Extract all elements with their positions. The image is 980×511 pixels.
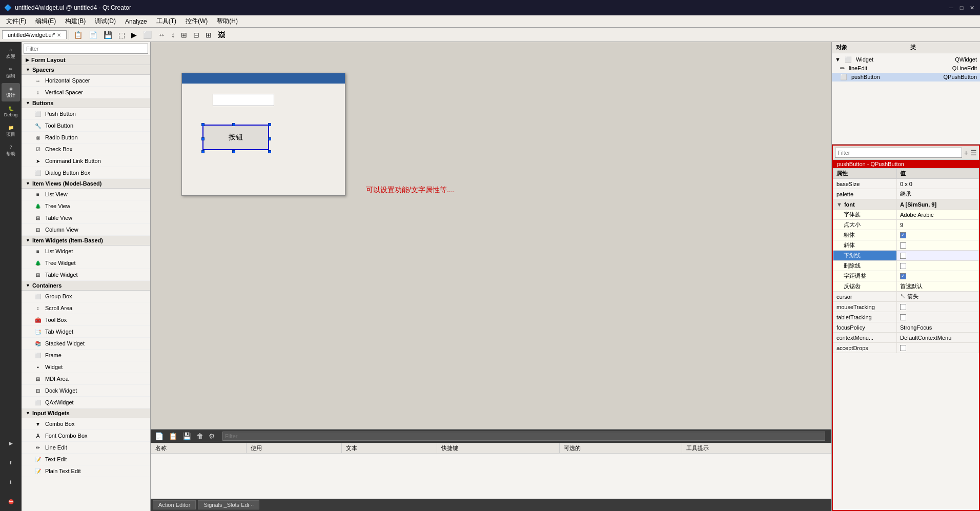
widget-tool-box[interactable]: 🧰 Tool Box	[22, 314, 150, 326]
handle-tl[interactable]	[201, 123, 205, 126]
props-add-btn[interactable]: +	[964, 149, 968, 157]
widget-mdi-area[interactable]: ⊞ MDI Area	[22, 373, 150, 385]
toolbar-btn-6[interactable]: ⬜	[140, 29, 154, 40]
prop-row-strikeout[interactable]: 删除线	[833, 261, 979, 271]
handle-bl[interactable]	[201, 150, 205, 153]
widget-table-view[interactable]: ⊞ Table View	[22, 212, 150, 224]
toolbar-btn-3[interactable]: 💾	[101, 29, 115, 40]
section-buttons[interactable]: ▼ Buttons	[22, 98, 150, 108]
sidebar-debug[interactable]: 🐛 Debug	[2, 103, 20, 121]
prop-row-palette[interactable]: palette 继承	[833, 189, 979, 199]
widget-dock-widget[interactable]: ⊟ Dock Widget	[22, 385, 150, 397]
tab-action-editor[interactable]: Action Editor	[153, 500, 196, 509]
toolbar-btn-8[interactable]: ↕	[169, 29, 177, 40]
form-line-edit[interactable]	[213, 94, 274, 106]
prop-row-antialias[interactable]: 反锯齿 首选默认	[833, 281, 979, 292]
prop-row-italic[interactable]: 斜体	[833, 240, 979, 251]
menu-controls[interactable]: 控件(W)	[181, 16, 212, 27]
menu-analyze[interactable]: Analyze	[121, 17, 151, 26]
widget-line-edit[interactable]: ✏ Line Edit	[22, 442, 150, 454]
acceptdrops-checkbox[interactable]	[900, 345, 906, 351]
handle-br[interactable]	[268, 150, 271, 153]
object-row-widget[interactable]: ▼ ⬜ Widget QWidget	[832, 55, 980, 64]
active-tab[interactable]: untitled4/widget.ui* ✕	[2, 30, 67, 39]
handle-tr[interactable]	[268, 123, 271, 126]
italic-checkbox[interactable]	[900, 242, 906, 249]
prop-row-cursor[interactable]: cursor ↖ 箭头	[833, 292, 979, 302]
sidebar-bottom-4[interactable]: ⛔	[2, 493, 20, 511]
strikeout-checkbox[interactable]	[900, 263, 906, 269]
prop-row-bold[interactable]: 粗体	[833, 230, 979, 240]
handle-tm[interactable]	[232, 123, 235, 126]
section-input-widgets[interactable]: ▼ Input Widgets	[22, 408, 150, 418]
widget-check-box[interactable]: ☑ Check Box	[22, 144, 150, 155]
widget-group-box[interactable]: ⬜ Group Box	[22, 291, 150, 302]
prop-row-underline[interactable]: 下划线	[833, 251, 979, 261]
handle-bm[interactable]	[232, 150, 235, 153]
widget-plain-text-edit[interactable]: 📝 Plain Text Edit	[22, 465, 150, 477]
widget-tab-widget[interactable]: 📑 Tab Widget	[22, 326, 150, 338]
toolbar-btn-1[interactable]: 📋	[71, 29, 85, 40]
widget-tree-view[interactable]: 🌲 Tree View	[22, 200, 150, 212]
sidebar-design[interactable]: ◈ 设计	[2, 83, 20, 101]
menu-edit[interactable]: 编辑(E)	[31, 16, 60, 27]
toolbar-btn-2[interactable]: 📄	[86, 29, 100, 40]
underline-checkbox[interactable]	[900, 253, 906, 259]
props-menu-btn[interactable]: ☰	[970, 149, 977, 157]
sidebar-bottom-3[interactable]: ⬇	[2, 473, 20, 492]
toolbar-btn-5[interactable]: ▶	[129, 29, 139, 40]
sidebar-welcome[interactable]: ⌂ 欢迎	[2, 44, 20, 63]
section-item-widgets[interactable]: ▼ Item Widgets (Item-Based)	[22, 236, 150, 246]
object-row-pushbutton[interactable]: ⬜ pushButton QPushButton	[832, 73, 980, 81]
widget-column-view[interactable]: ⊟ Column View	[22, 224, 150, 236]
bottom-copy-btn[interactable]: 📋	[167, 431, 179, 441]
toolbar-btn-12[interactable]: 🖼	[215, 29, 228, 40]
widget-qax-widget[interactable]: ⬜ QAxWidget	[22, 397, 150, 408]
widget-horizontal-spacer[interactable]: ↔ Horizontal Spacer	[22, 75, 150, 87]
section-spacers[interactable]: ▼ Spacers	[22, 65, 150, 75]
widget-list-widget[interactable]: ≡ List Widget	[22, 246, 150, 257]
widget-text-edit[interactable]: 📝 Text Edit	[22, 454, 150, 465]
prop-row-tablettracking[interactable]: tabletTracking	[833, 312, 979, 322]
menu-file[interactable]: 文件(F)	[2, 16, 30, 27]
prop-row-mousetracking[interactable]: mouseTracking	[833, 302, 979, 312]
bottom-filter-input[interactable]	[222, 432, 825, 441]
prop-row-baseSize[interactable]: baseSize 0 x 0	[833, 179, 979, 189]
widget-list-view[interactable]: ≡ List View	[22, 189, 150, 200]
widget-font-combo-box[interactable]: A Font Combo Box	[22, 430, 150, 442]
prop-row-fontfamily[interactable]: 字体族 Adobe Arabic	[833, 210, 979, 220]
prop-row-font[interactable]: ▼font A [SimSun, 9]	[833, 199, 979, 210]
toolbar-btn-4[interactable]: ⬚	[116, 29, 128, 40]
widget-widget[interactable]: ▪ Widget	[22, 361, 150, 373]
widget-frame[interactable]: ⬜ Frame	[22, 350, 150, 361]
prop-row-fontsize[interactable]: 点大小 9	[833, 220, 979, 230]
bottom-delete-btn[interactable]: 🗑	[194, 431, 206, 441]
prop-row-acceptdrops[interactable]: acceptDrops	[833, 343, 979, 353]
bottom-save-btn[interactable]: 💾	[180, 431, 193, 441]
widget-radio-button[interactable]: ◎ Radio Button	[22, 132, 150, 144]
toolbar-btn-7[interactable]: ↔	[155, 29, 168, 40]
widget-scroll-area[interactable]: ↕ Scroll Area	[22, 302, 150, 314]
kerning-checkbox[interactable]	[900, 273, 906, 279]
props-filter-input[interactable]	[835, 148, 962, 158]
section-containers[interactable]: ▼ Containers	[22, 281, 150, 291]
widget-push-button[interactable]: ⬜ Push Button	[22, 108, 150, 120]
widget-table-widget[interactable]: ⊞ Table Widget	[22, 269, 150, 281]
prop-row-kerning[interactable]: 字距调整	[833, 271, 979, 281]
menu-help[interactable]: 帮助(H)	[213, 16, 242, 27]
sidebar-help[interactable]: ? 帮助	[2, 141, 20, 160]
widget-tool-button[interactable]: 🔧 Tool Button	[22, 120, 150, 132]
bottom-new-btn[interactable]: 📄	[153, 431, 166, 441]
object-row-lineedit[interactable]: ✏ lineEdit QLineEdit	[832, 64, 980, 73]
handle-mr[interactable]	[268, 137, 271, 140]
widget-command-link-button[interactable]: ➤ Command Link Button	[22, 155, 150, 167]
close-button[interactable]: ✕	[968, 4, 976, 12]
tab-signals-slots[interactable]: Signals _Slots Edi···	[198, 500, 259, 509]
section-form-layout[interactable]: ▶ Form Layout	[22, 55, 150, 65]
widget-vertical-spacer[interactable]: ↕ Vertical Spacer	[22, 87, 150, 98]
widget-tree-widget[interactable]: 🌲 Tree Widget	[22, 257, 150, 269]
handle-ml[interactable]	[201, 137, 205, 140]
mousetracking-checkbox[interactable]	[900, 304, 906, 310]
tablettracking-checkbox[interactable]	[900, 314, 906, 320]
widget-filter-input[interactable]	[24, 44, 148, 54]
